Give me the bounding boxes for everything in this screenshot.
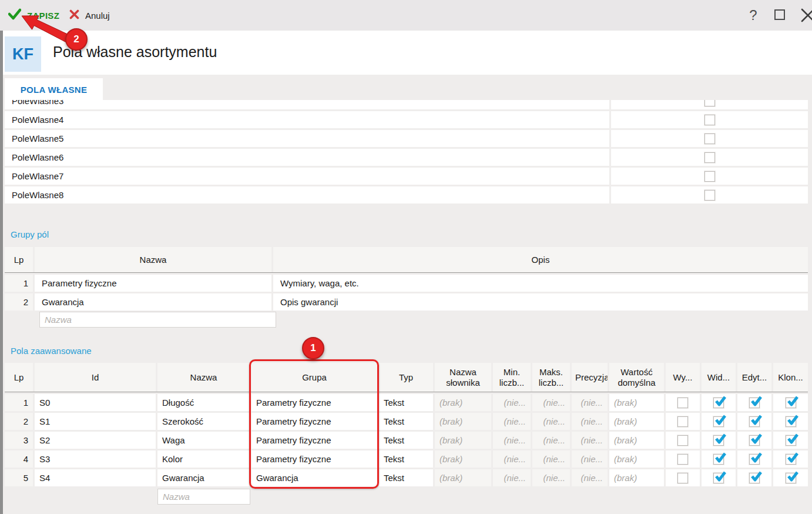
maximize-button[interactable] <box>774 9 785 20</box>
field-name-cell[interactable]: PoleWlasne4 <box>5 111 609 128</box>
checkbox[interactable] <box>677 473 688 483</box>
editable-check-cell[interactable] <box>737 469 771 486</box>
group-cell[interactable]: Parametry fizyczne <box>251 394 377 411</box>
table-row[interactable]: 1Parametry fizyczneWymiary, waga, etc. <box>5 275 808 292</box>
checkbox[interactable] <box>786 473 796 483</box>
checkbox[interactable] <box>677 398 688 408</box>
table-row[interactable]: 4S3KolorParametry fizyczneTekst(brak)(ni… <box>5 450 808 468</box>
clone-check-cell[interactable] <box>773 432 808 449</box>
table-row[interactable]: PoleWlasne3 <box>5 100 808 109</box>
visible-check-cell[interactable] <box>702 394 736 411</box>
field-check-cell[interactable] <box>611 111 808 128</box>
type-cell[interactable]: Tekst <box>379 450 433 468</box>
name-cell[interactable]: Długość <box>157 394 250 411</box>
checkbox[interactable] <box>713 454 724 465</box>
checkbox[interactable] <box>677 435 688 446</box>
checkbox[interactable] <box>713 398 724 408</box>
default-value-cell[interactable]: (brak) <box>609 450 664 468</box>
group-cell[interactable]: Parametry fizyczne <box>251 432 377 449</box>
type-cell[interactable]: Tekst <box>379 469 433 486</box>
visible-check-cell[interactable] <box>702 413 736 430</box>
table-row[interactable]: 2S1SzerokośćParametry fizyczneTekst(brak… <box>5 413 808 430</box>
clone-check-cell[interactable] <box>773 450 808 468</box>
checkbox[interactable] <box>786 416 796 427</box>
field-name-cell[interactable]: PoleWlasne6 <box>5 149 609 166</box>
clone-check-cell[interactable] <box>773 394 808 411</box>
required-check-cell[interactable] <box>666 394 700 411</box>
table-row[interactable]: 5S4GwarancjaGwarancjaTekst(brak)(nie...(… <box>5 469 808 486</box>
checkbox[interactable] <box>749 398 760 408</box>
clone-check-cell[interactable] <box>773 469 808 486</box>
group-cell[interactable]: Gwarancja <box>251 469 377 486</box>
editable-check-cell[interactable] <box>737 450 771 468</box>
editable-check-cell[interactable] <box>737 413 771 430</box>
id-cell[interactable]: S1 <box>35 413 156 430</box>
required-check-cell[interactable] <box>666 469 700 486</box>
id-cell[interactable]: S4 <box>35 469 156 486</box>
table-row[interactable]: PoleWlasne8 <box>5 186 808 203</box>
type-cell[interactable]: Tekst <box>379 394 433 411</box>
table-row[interactable]: 2GwarancjaOpis gwarancji <box>5 293 808 311</box>
checkbox[interactable] <box>749 435 760 446</box>
save-button[interactable]: ZAPISZ <box>8 0 59 31</box>
group-cell[interactable]: Parametry fizyczne <box>251 450 377 468</box>
table-row[interactable]: PoleWlasne7 <box>5 168 808 185</box>
table-row[interactable]: 3S2WagaParametry fizyczneTekst(brak)(nie… <box>5 432 808 449</box>
checkbox[interactable] <box>704 171 715 182</box>
checkbox[interactable] <box>713 435 724 446</box>
group-name-cell[interactable]: Gwarancja <box>35 293 271 311</box>
field-name-cell[interactable]: PoleWlasne3 <box>5 100 609 109</box>
required-check-cell[interactable] <box>666 432 700 449</box>
checkbox[interactable] <box>677 416 688 427</box>
checkbox[interactable] <box>704 190 715 201</box>
name-cell[interactable]: Gwarancja <box>157 469 250 486</box>
clone-check-cell[interactable] <box>773 413 808 430</box>
checkbox[interactable] <box>713 473 724 483</box>
checkbox[interactable] <box>786 454 796 465</box>
tab-pola-wlasne[interactable]: POLA WŁASNE <box>5 78 103 101</box>
checkbox[interactable] <box>704 133 715 144</box>
checkbox[interactable] <box>749 416 760 427</box>
name-cell[interactable]: Szerokość <box>157 413 250 430</box>
group-desc-cell[interactable]: Wymiary, waga, etc. <box>273 275 808 292</box>
visible-check-cell[interactable] <box>702 450 736 468</box>
cancel-button[interactable]: Anuluj <box>69 0 110 31</box>
checkbox[interactable] <box>749 473 760 483</box>
checkbox[interactable] <box>786 398 796 408</box>
help-button[interactable]: ? <box>746 7 760 24</box>
visible-check-cell[interactable] <box>702 469 736 486</box>
table-row[interactable]: 1S0DługośćParametry fizyczneTekst(brak)(… <box>5 394 808 411</box>
name-cell[interactable]: Kolor <box>157 450 250 468</box>
checkbox[interactable] <box>704 100 715 106</box>
groups-new-row-input[interactable] <box>39 312 276 328</box>
visible-check-cell[interactable] <box>702 432 736 449</box>
advanced-new-row-input[interactable] <box>157 489 250 505</box>
field-check-cell[interactable] <box>611 168 808 185</box>
default-value-cell[interactable]: (brak) <box>609 469 664 486</box>
default-value-cell[interactable]: (brak) <box>609 432 664 449</box>
editable-check-cell[interactable] <box>737 432 771 449</box>
group-desc-cell[interactable]: Opis gwarancji <box>273 293 808 311</box>
type-cell[interactable]: Tekst <box>379 432 433 449</box>
editable-check-cell[interactable] <box>737 394 771 411</box>
id-cell[interactable]: S0 <box>35 394 156 411</box>
field-check-cell[interactable] <box>611 130 808 147</box>
table-row[interactable]: PoleWlasne4 <box>5 111 808 128</box>
field-check-cell[interactable] <box>611 186 808 203</box>
field-name-cell[interactable]: PoleWlasne8 <box>5 186 609 203</box>
default-value-cell[interactable]: (brak) <box>609 413 664 430</box>
field-name-cell[interactable]: PoleWlasne5 <box>5 130 609 147</box>
close-button[interactable] <box>800 8 812 25</box>
checkbox[interactable] <box>713 416 724 427</box>
type-cell[interactable]: Tekst <box>379 413 433 430</box>
group-name-cell[interactable]: Parametry fizyczne <box>35 275 271 292</box>
group-cell[interactable]: Parametry fizyczne <box>251 413 377 430</box>
checkbox[interactable] <box>786 435 796 446</box>
table-row[interactable]: PoleWlasne5 <box>5 130 808 147</box>
id-cell[interactable]: S3 <box>35 450 156 468</box>
required-check-cell[interactable] <box>666 450 700 468</box>
required-check-cell[interactable] <box>666 413 700 430</box>
checkbox[interactable] <box>704 152 715 163</box>
checkbox[interactable] <box>749 454 760 465</box>
field-name-cell[interactable]: PoleWlasne7 <box>5 168 609 185</box>
